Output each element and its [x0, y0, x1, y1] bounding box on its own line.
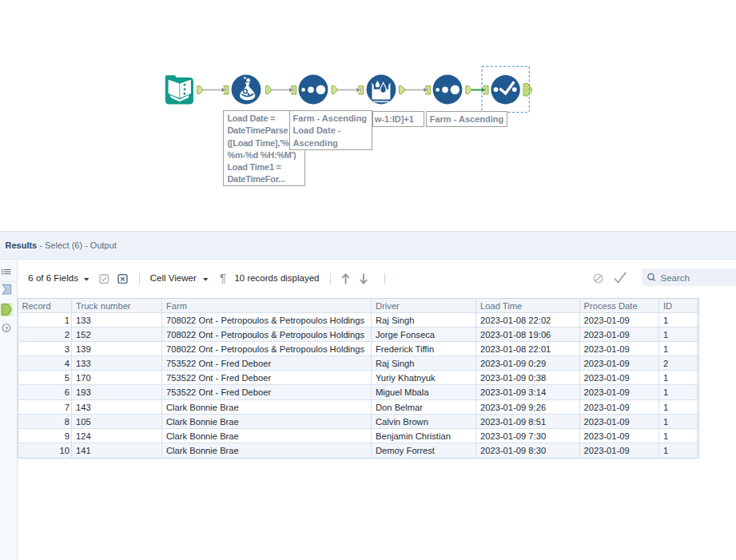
- svg-text:?: ?: [5, 325, 9, 332]
